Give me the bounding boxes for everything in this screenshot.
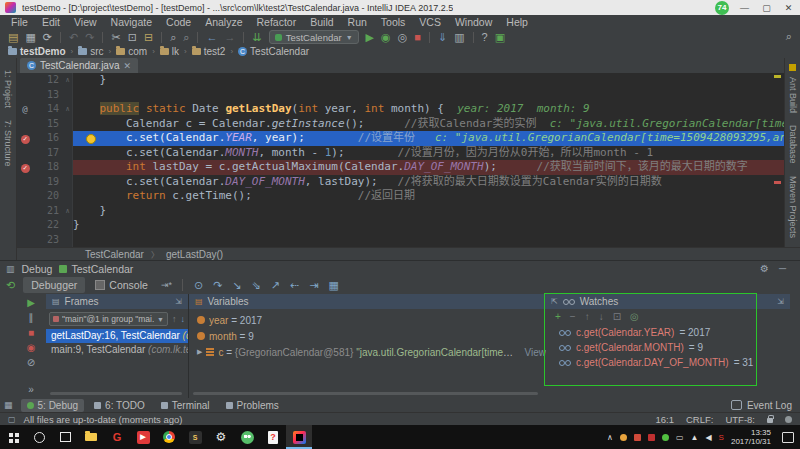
cortana-search-icon[interactable] xyxy=(26,425,52,449)
sidebar-item-project[interactable]: 1: Project xyxy=(3,70,13,108)
breadcrumb-com[interactable]: com xyxy=(116,46,147,57)
copy-watch-icon[interactable]: ⊡ xyxy=(613,311,621,322)
menu-help[interactable]: Help xyxy=(499,16,535,28)
file-encoding[interactable]: UTF-8: xyxy=(725,414,755,425)
code-text[interactable] xyxy=(73,233,784,248)
resume-icon[interactable]: ▶ xyxy=(27,297,35,308)
task-view-icon[interactable] xyxy=(52,425,78,449)
line-separator[interactable]: CRLF: xyxy=(686,414,713,425)
show-execution-point-icon[interactable]: ⊙ xyxy=(190,279,207,292)
close-button[interactable]: ✕ xyxy=(782,3,795,13)
run-config-combo[interactable]: TestCalendar ▼ xyxy=(269,30,359,44)
caret-position[interactable]: 16:1 xyxy=(655,414,674,425)
sidebar-item-structure[interactable]: 7: Structure xyxy=(3,120,13,167)
variables-scrollbar[interactable] xyxy=(193,392,538,395)
code-editor[interactable]: 12∧ }13@14∧ public static Date getLastDa… xyxy=(17,73,784,247)
wechat-icon[interactable] xyxy=(234,425,260,449)
start-button[interactable] xyxy=(0,425,26,449)
toolwindow-button-debug[interactable]: 5: Debug xyxy=(21,399,85,412)
undo-icon[interactable]: ↶ xyxy=(69,30,78,44)
variable-row[interactable]: year = 2017 xyxy=(189,312,546,328)
rerun-icon[interactable]: ⟲ xyxy=(6,279,15,292)
run-to-cursor-icon[interactable]: ⇥ xyxy=(305,279,322,292)
evaluate-expression-icon[interactable]: ▦ xyxy=(324,279,342,292)
pin-tab-icon[interactable]: ⇥* xyxy=(158,280,175,290)
menu-tools[interactable]: Tools xyxy=(374,16,413,28)
debug-icon[interactable]: ◉ xyxy=(381,30,391,44)
breadcrumb-testcalendar[interactable]: CTestCalendar xyxy=(238,46,309,57)
inspections-indicator-icon[interactable] xyxy=(789,64,796,71)
add-watch-icon[interactable]: + xyxy=(555,311,561,322)
find-icon[interactable]: ⌕ xyxy=(170,30,176,44)
breadcrumb-class[interactable]: TestCalendar xyxy=(85,249,144,260)
close-tab-icon[interactable]: ✕ xyxy=(124,61,132,71)
drop-frame-icon[interactable]: ⇠ xyxy=(286,279,303,292)
fold-marker-icon[interactable]: ∧ xyxy=(63,204,73,219)
float-panel-icon[interactable]: ⇲ xyxy=(175,297,182,306)
next-frame-icon[interactable]: ↓ xyxy=(181,314,186,324)
tray-volume-icon[interactable]: ◀ xyxy=(705,433,711,442)
code-text[interactable]: int lastDay = c.getActualMaximum(Calenda… xyxy=(73,160,784,175)
hector-icon[interactable] xyxy=(785,416,792,423)
settings-gear-icon[interactable]: ⚙ xyxy=(760,263,769,274)
coverage-icon[interactable]: ◎ xyxy=(398,30,408,44)
stop-icon[interactable]: ■ xyxy=(28,327,34,338)
prev-frame-icon[interactable]: ↑ xyxy=(172,314,177,324)
tray-coin-icon[interactable] xyxy=(620,434,627,441)
compile-icon[interactable]: ⇊ xyxy=(252,30,261,44)
redo-icon[interactable]: ↷ xyxy=(85,30,94,44)
menu-file[interactable]: File xyxy=(4,16,35,28)
sidebar-item-ant-build[interactable]: Ant Build xyxy=(788,77,798,113)
expand-arrow-icon[interactable]: ▶ xyxy=(197,348,202,356)
menu-edit[interactable]: Edit xyxy=(35,16,67,28)
variable-row[interactable]: month = 9 xyxy=(189,328,546,344)
frames-scrollbar[interactable] xyxy=(50,392,182,395)
paste-icon[interactable]: ⊟ xyxy=(144,30,153,44)
mute-breakpoints-icon[interactable]: ⊘ xyxy=(27,357,35,368)
breadcrumb-lk[interactable]: lk xyxy=(160,46,179,57)
float-panel-icon[interactable]: ⇲ xyxy=(777,297,784,306)
remove-watch-icon[interactable]: − xyxy=(570,311,576,322)
code-text[interactable]: Calendar c = Calendar.getInstance(); //获… xyxy=(73,117,784,132)
help-icon[interactable]: ? xyxy=(482,30,488,44)
update-project-icon[interactable]: ⇓ xyxy=(438,30,447,44)
tray-wifi-icon[interactable]: ▲ xyxy=(691,433,699,442)
plugin-icon[interactable]: ▣ xyxy=(495,30,505,44)
code-text[interactable]: public static Date getLastDay(int year, … xyxy=(73,102,784,117)
fold-marker-icon[interactable]: ∧ xyxy=(63,102,73,117)
code-text[interactable]: } xyxy=(73,204,784,219)
breakpoint-icon[interactable]: ✓ xyxy=(21,135,30,144)
tray-battery-icon[interactable]: ▭ xyxy=(676,433,684,442)
pause-icon[interactable]: ∥ xyxy=(29,312,34,323)
taskbar-clock[interactable]: 13:35 2017/10/31 xyxy=(731,428,771,446)
breadcrumb-src[interactable]: src xyxy=(78,46,103,57)
synchronize-icon[interactable]: ⟳ xyxy=(43,30,52,44)
run-icon[interactable]: ▶ xyxy=(366,30,374,44)
watch-row[interactable]: c.get(Calendar.YEAR) = 2017 xyxy=(545,325,790,340)
view-breakpoints-icon[interactable]: ◉ xyxy=(27,342,36,353)
force-step-into-icon[interactable]: ⇘ xyxy=(248,279,265,292)
code-text[interactable]: } xyxy=(73,73,784,88)
frame-row[interactable]: getLastDay:16, TestCalendar (com.lk.test… xyxy=(46,329,188,343)
help-doc-icon[interactable]: ? xyxy=(260,425,286,449)
menu-build[interactable]: Build xyxy=(303,16,340,28)
cut-icon[interactable]: ✂ xyxy=(111,30,120,44)
tab-debugger[interactable]: Debugger xyxy=(23,277,85,293)
copy-icon[interactable]: ⊡ xyxy=(128,30,137,44)
search-everywhere-icon[interactable]: ⌕ xyxy=(786,30,792,43)
minimize-button[interactable]: — xyxy=(738,3,751,13)
sidebar-item-maven[interactable]: Maven Projects xyxy=(788,176,798,238)
debug-session-tab[interactable]: TestCalendar xyxy=(59,263,133,275)
sidebar-item-database[interactable]: Database xyxy=(788,125,798,164)
variable-row[interactable]: ▶c = {GregorianCalendar@581} "java.util.… xyxy=(189,344,546,360)
code-text[interactable]: c.set(Calendar.YEAR, year); //设置年份 c: "j… xyxy=(73,131,784,146)
tray-mail-icon[interactable] xyxy=(648,434,655,441)
chrome-icon[interactable] xyxy=(156,425,182,449)
menu-run[interactable]: Run xyxy=(341,16,374,28)
code-text[interactable] xyxy=(73,88,784,103)
move-watch-down-icon[interactable]: ↓ xyxy=(599,311,604,322)
project-structure-icon[interactable]: ▥ xyxy=(454,30,464,44)
fold-marker-icon[interactable]: ∧ xyxy=(63,73,73,88)
restore-layout-icon[interactable]: » xyxy=(28,384,34,395)
g-app-icon[interactable]: G xyxy=(104,425,130,449)
